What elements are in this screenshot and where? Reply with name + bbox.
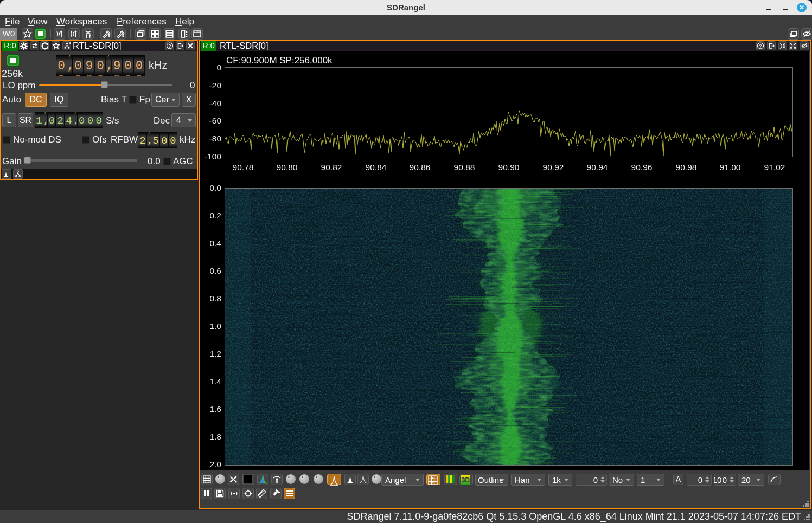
svg-text:3D: 3D — [462, 476, 470, 484]
svg-text:?: ? — [759, 43, 762, 49]
svg-text:?: ? — [169, 43, 171, 49]
